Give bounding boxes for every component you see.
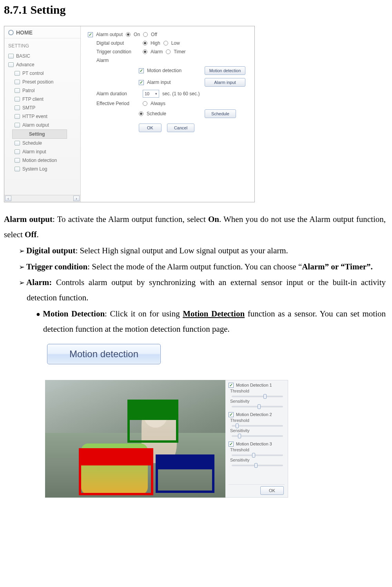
slider-thumb[interactable] xyxy=(258,404,261,409)
sidebar-item-motion-detection[interactable]: Motion detection xyxy=(4,156,80,165)
radio-label: Off xyxy=(151,32,157,37)
detection-region-2[interactable] xyxy=(79,448,153,495)
effective-always-radio[interactable] xyxy=(143,101,147,106)
trigger-timer-radio[interactable] xyxy=(166,49,171,54)
text-bold: Trigger condition xyxy=(26,262,87,271)
effective-period-label: Effective Period xyxy=(96,101,140,106)
md1-threshold-label: Threshold xyxy=(230,389,285,393)
sidebar-home[interactable]: HOME xyxy=(4,26,80,38)
digital-output-low-radio[interactable] xyxy=(163,41,168,45)
md2-sensitivity-slider[interactable] xyxy=(232,435,283,437)
md3-title: Motion Detection 3 xyxy=(236,442,272,446)
md1-sensitivity-label: Sensitivity xyxy=(230,399,285,403)
sidebar-item-ftp-client[interactable]: FTP client xyxy=(4,95,80,104)
effective-schedule-radio[interactable] xyxy=(139,111,143,116)
text: : Select the mode of the Alarm output fu… xyxy=(87,262,302,271)
text-bold: Motion Detection xyxy=(43,309,105,318)
text-bold: Alarm output xyxy=(4,214,53,224)
scroll-left-icon[interactable]: ‹ xyxy=(5,196,11,201)
sidebar-item-advance[interactable]: Advance xyxy=(4,60,80,69)
folder-open-icon xyxy=(15,123,20,127)
alarm-heading: Alarm xyxy=(96,58,109,63)
page-title: 8.7.1 Setting xyxy=(4,3,386,16)
sidebar-item-alarm-output-setting[interactable]: Setting xyxy=(12,129,67,139)
para-alarm-output: Alarm output: To activate the Alarm outp… xyxy=(4,212,386,242)
row-alarm-output: Alarm output On Off xyxy=(88,30,250,39)
md1-checkbox[interactable] xyxy=(229,383,234,388)
detection-region-3[interactable] xyxy=(156,454,214,493)
motion-detection-button[interactable]: Motion detection xyxy=(205,66,245,75)
md3-threshold-slider[interactable] xyxy=(232,454,283,456)
md2-title: Motion Detection 2 xyxy=(236,412,272,417)
md2-checkbox[interactable] xyxy=(229,412,234,417)
text: . xyxy=(36,230,38,239)
radio-label: Timer xyxy=(174,49,185,55)
alarm-output-off-radio[interactable] xyxy=(143,32,148,37)
motion-detection-checkbox[interactable] xyxy=(139,68,144,73)
trigger-alarm-radio[interactable] xyxy=(143,49,147,54)
slider-thumb[interactable] xyxy=(254,463,258,468)
detection-region-1[interactable] xyxy=(127,400,178,443)
h-scrollbar[interactable]: ‹ › xyxy=(4,195,80,202)
alarm-duration-select[interactable]: 10 ▾ xyxy=(143,90,159,98)
sidebar-item-label: HTTP event xyxy=(22,114,47,119)
bullet-alarm: ➢Alarm: Controls alarm output by synchro… xyxy=(4,275,386,305)
text: : Click it on for using xyxy=(105,309,183,318)
md1-sensitivity-slider[interactable] xyxy=(232,406,283,407)
sidebar-item-alarm-input[interactable]: Alarm input xyxy=(4,147,80,156)
scroll-right-icon[interactable]: › xyxy=(73,196,80,201)
slider-thumb[interactable] xyxy=(236,423,239,428)
alarm-input-button[interactable]: Alarm input xyxy=(205,78,245,87)
sidebar-item-system-log[interactable]: System Log xyxy=(4,165,80,173)
md3-sensitivity-slider[interactable] xyxy=(232,465,283,466)
md2-threshold-slider[interactable] xyxy=(232,425,283,427)
md2-sensitivity-label: Sensitivity xyxy=(230,428,285,433)
motion-detection-label: Motion detection xyxy=(147,68,181,73)
text: : Select High signal output and Low sign… xyxy=(75,246,288,255)
md3-sensitivity-label: Sensitivity xyxy=(230,458,285,462)
md-ok-button[interactable]: OK xyxy=(260,486,284,495)
md3-threshold-label: Threshold xyxy=(230,447,285,452)
slider-thumb[interactable] xyxy=(263,394,267,399)
row-motion-detection: Motion detection Motion detection xyxy=(88,65,250,76)
alarm-input-checkbox[interactable] xyxy=(139,80,144,85)
sidebar-item-smtp[interactable]: SMTP xyxy=(4,104,80,112)
text-bold: On xyxy=(208,214,219,224)
alarm-output-label: Alarm output xyxy=(96,32,123,37)
row-alarm-heading: Alarm xyxy=(88,56,250,65)
md2-threshold-label: Threshold xyxy=(230,418,285,423)
sidebar-item-alarm-output[interactable]: Alarm output xyxy=(4,121,80,129)
trigger-condition-label: Trigger condition xyxy=(96,49,140,55)
sidebar-item-label: Advance xyxy=(16,62,34,67)
sidebar-item-label: BASIC xyxy=(16,53,30,59)
sidebar-item-http-event[interactable]: HTTP event xyxy=(4,112,80,121)
alarm-output-on-radio[interactable] xyxy=(126,32,131,37)
slider-thumb[interactable] xyxy=(252,453,255,458)
settings-form: Alarm output On Off Digital output High … xyxy=(81,26,254,202)
motion-detection-large-button[interactable]: Motion detection xyxy=(47,344,161,364)
md3-checkbox[interactable] xyxy=(229,442,234,447)
digital-output-high-radio[interactable] xyxy=(143,41,147,45)
sidebar-item-schedule[interactable]: Schedule xyxy=(4,139,80,147)
row-effective-schedule: Schedule Schedule xyxy=(88,108,250,120)
md1-title: Motion Detection 1 xyxy=(236,383,272,387)
cancel-button[interactable]: Cancel xyxy=(167,124,194,132)
video-preview[interactable] xyxy=(45,380,225,498)
sidebar-item-preset-position[interactable]: Preset position xyxy=(4,78,80,86)
bullet-motion-detection: ●Motion Detection: Click it on for using… xyxy=(4,306,386,337)
page-icon xyxy=(15,167,20,171)
sidebar-item-pt-control[interactable]: PT control xyxy=(4,69,80,78)
sidebar-item-patrol[interactable]: Patrol xyxy=(4,86,80,95)
row-alarm-duration: Alarm duration 10 ▾ sec. (1 to 60 sec.) xyxy=(88,88,250,99)
row-trigger-condition: Trigger condition Alarm Timer xyxy=(88,47,250,56)
schedule-button[interactable]: Schedule xyxy=(205,109,236,118)
home-icon xyxy=(8,30,14,35)
ok-button[interactable]: OK xyxy=(139,124,162,132)
bullet-dot-icon: ● xyxy=(36,310,43,318)
md1-threshold-slider[interactable] xyxy=(232,396,283,397)
form-button-row: OK Cancel xyxy=(88,124,250,132)
slider-thumb[interactable] xyxy=(238,434,241,438)
sidebar-item-basic[interactable]: BASIC xyxy=(4,52,80,60)
folder-icon xyxy=(8,54,14,58)
alarm-output-checkbox[interactable] xyxy=(88,32,93,37)
